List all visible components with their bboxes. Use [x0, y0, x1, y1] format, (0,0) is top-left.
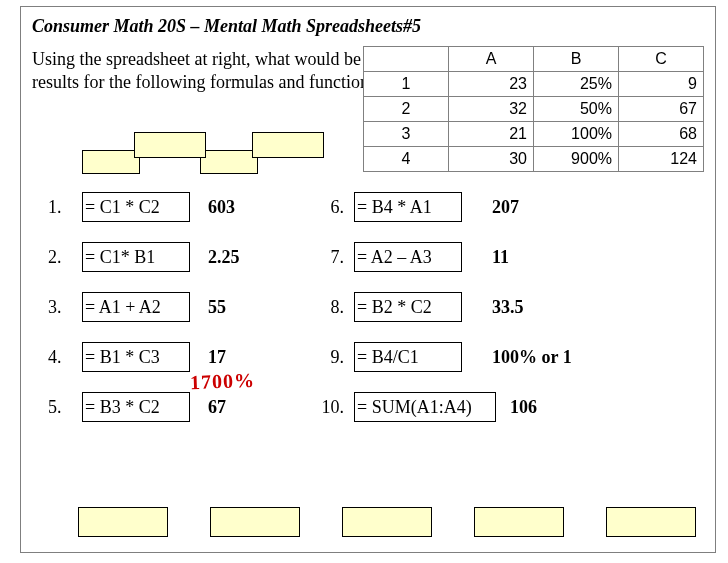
formula-box: = B1 * C3 — [82, 342, 190, 372]
yellow-box — [134, 132, 206, 158]
yellow-box — [342, 507, 432, 537]
yellow-box — [210, 507, 300, 537]
question-number: 7. — [300, 247, 354, 268]
question-number: 4. — [48, 347, 82, 368]
row-header: 1 — [364, 72, 449, 97]
question-number: 9. — [300, 347, 354, 368]
cell: 25% — [534, 72, 619, 97]
answer: 100% or 1 — [462, 347, 572, 368]
cell: 68 — [619, 122, 704, 147]
questions-area: 1. = C1 * C2 603 6. = B4 * A1 207 2. = C… — [48, 192, 698, 442]
answer: 55 — [190, 297, 300, 318]
cell: 124 — [619, 147, 704, 172]
formula-box: = A1 + A2 — [82, 292, 190, 322]
question-number: 6. — [300, 197, 354, 218]
cell: 9 — [619, 72, 704, 97]
decorative-boxes-top — [88, 138, 324, 174]
question-row: 3. = A1 + A2 55 8. = B2 * C2 33.5 — [48, 292, 698, 322]
answer: 2.25 — [190, 247, 300, 268]
formula-box: = B3 * C2 — [82, 392, 190, 422]
yellow-box — [474, 507, 564, 537]
cell: 23 — [449, 72, 534, 97]
answer: 67 — [190, 397, 300, 418]
question-number: 10. — [300, 397, 354, 418]
answer: 207 — [462, 197, 519, 218]
question-row: 5. = B3 * C2 67 10. = SUM(A1:A4) 106 — [48, 392, 698, 422]
formula-box: = C1* B1 — [82, 242, 190, 272]
cell: 900% — [534, 147, 619, 172]
yellow-box — [606, 507, 696, 537]
row-header: 2 — [364, 97, 449, 122]
decorative-boxes-bottom — [78, 507, 696, 537]
col-header-a: A — [449, 47, 534, 72]
handwritten-correction: 1700% — [190, 369, 256, 394]
answer: 603 — [190, 197, 300, 218]
answer: 17 — [190, 347, 300, 368]
cell: 67 — [619, 97, 704, 122]
question-number: 2. — [48, 247, 82, 268]
question-row: 4. = B1 * C3 17 9. = B4/C1 100% or 1 — [48, 342, 698, 372]
answer: 106 — [496, 397, 537, 418]
question-number: 3. — [48, 297, 82, 318]
yellow-box — [252, 132, 324, 158]
formula-box: = C1 * C2 — [82, 192, 190, 222]
spreadsheet: A B C 1 23 25% 9 2 32 50% 67 3 21 100% 6… — [363, 46, 704, 172]
intro-text: Using the spreadsheet at right, what wou… — [32, 48, 392, 95]
formula-box: = B2 * C2 — [354, 292, 462, 322]
question-row: 2. = C1* B1 2.25 7. = A2 – A3 11 — [48, 242, 698, 272]
yellow-box — [82, 150, 140, 174]
formula-box: = SUM(A1:A4) — [354, 392, 496, 422]
answer: 11 — [462, 247, 509, 268]
formula-box: = B4 * A1 — [354, 192, 462, 222]
page-title: Consumer Math 20S – Mental Math Spreadsh… — [32, 16, 421, 37]
cell: 50% — [534, 97, 619, 122]
question-number: 5. — [48, 397, 82, 418]
cell: 30 — [449, 147, 534, 172]
cell: 21 — [449, 122, 534, 147]
yellow-box — [200, 150, 258, 174]
question-row: 1. = C1 * C2 603 6. = B4 * A1 207 — [48, 192, 698, 222]
row-header: 3 — [364, 122, 449, 147]
formula-box: = B4/C1 — [354, 342, 462, 372]
yellow-box — [78, 507, 168, 537]
cell: 32 — [449, 97, 534, 122]
question-number: 8. — [300, 297, 354, 318]
col-header-b: B — [534, 47, 619, 72]
worksheet-page: Consumer Math 20S – Mental Math Spreadsh… — [0, 0, 728, 563]
question-number: 1. — [48, 197, 82, 218]
col-header-c: C — [619, 47, 704, 72]
answer: 33.5 — [462, 297, 524, 318]
row-header: 4 — [364, 147, 449, 172]
formula-box: = A2 – A3 — [354, 242, 462, 272]
sheet-corner — [364, 47, 449, 72]
cell: 100% — [534, 122, 619, 147]
